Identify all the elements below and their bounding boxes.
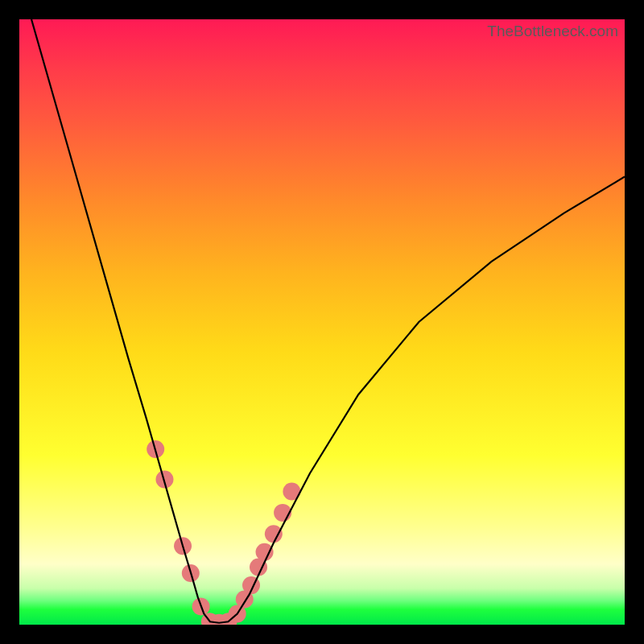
marker-layer <box>147 440 300 625</box>
marker-dot <box>265 525 283 543</box>
bottleneck-curve <box>31 19 625 623</box>
marker-dot <box>256 543 274 561</box>
chart-plot-area: TheBottleneck.com <box>19 19 625 625</box>
chart-svg <box>19 19 625 625</box>
chart-frame: TheBottleneck.com <box>0 0 644 644</box>
